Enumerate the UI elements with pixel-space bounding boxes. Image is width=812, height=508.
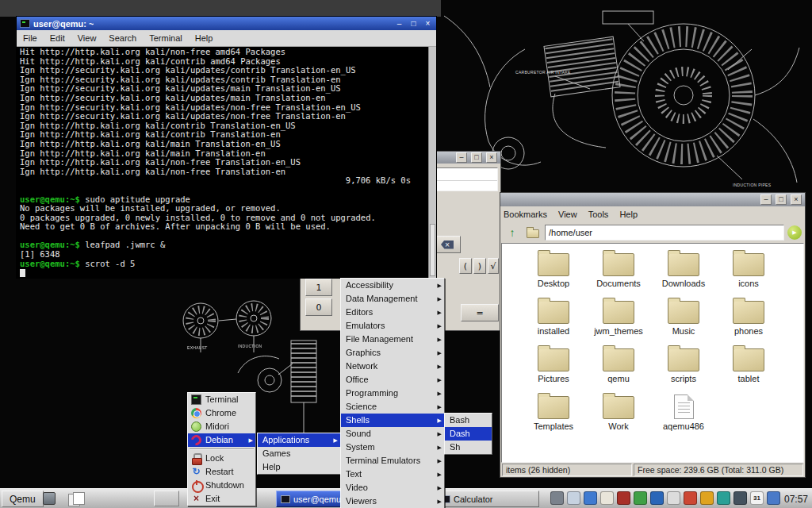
- menu-item-network[interactable]: Network▶: [341, 360, 444, 373]
- menu-item-search[interactable]: Search: [102, 33, 143, 43]
- file-manager-titlebar[interactable]: – □ ×: [500, 193, 805, 206]
- menu-item-help[interactable]: Help: [614, 210, 643, 219]
- go-button[interactable]: ▶: [787, 225, 802, 240]
- menu-item-terminal-emulators[interactable]: Terminal Emulators▶: [341, 454, 444, 468]
- menu-item-view[interactable]: View: [71, 33, 103, 43]
- menu-item-system[interactable]: System▶: [341, 441, 444, 454]
- menu-item-view[interactable]: View: [553, 210, 583, 219]
- address-bar[interactable]: [545, 225, 784, 241]
- file-item-aqemu486[interactable]: aqemu486: [651, 391, 716, 439]
- menu-item-accessibility[interactable]: Accessibility▶: [341, 279, 444, 292]
- maximize-button[interactable]: □: [408, 18, 419, 29]
- menu-item-applications[interactable]: Applications▶: [258, 433, 340, 447]
- menu-item-restart[interactable]: Restart: [188, 465, 255, 479]
- menu-item-emulators[interactable]: Emulators▶: [341, 319, 444, 333]
- tray-icon-6[interactable]: [634, 491, 647, 505]
- tray-calendar-icon[interactable]: 31: [750, 491, 764, 505]
- file-item-work[interactable]: Work: [586, 391, 651, 439]
- tray-icon-5[interactable]: [617, 491, 630, 505]
- terminal-body[interactable]: Hit http://http.kali.org kali/non-free a…: [17, 47, 436, 278]
- tray-icon-14[interactable]: [767, 491, 780, 505]
- menu-item-sound[interactable]: Sound▶: [341, 427, 444, 441]
- menu-item-graphics[interactable]: Graphics▶: [341, 346, 444, 360]
- file-item-templates[interactable]: Templates: [521, 391, 586, 439]
- menu-item-office[interactable]: Office▶: [341, 373, 444, 387]
- menu-item-viewers[interactable]: Viewers▶: [341, 495, 444, 508]
- menu-item-chrome[interactable]: Chrome: [188, 406, 255, 420]
- menu-item-lock[interactable]: Lock: [188, 452, 255, 465]
- file-item-phones[interactable]: phones: [716, 296, 781, 344]
- tray-icon-2[interactable]: [567, 491, 580, 505]
- menu-item-sh[interactable]: Sh: [445, 441, 492, 454]
- minimized-window-button[interactable]: [154, 491, 179, 506]
- calc-zero-button[interactable]: 0: [305, 298, 332, 316]
- calc-close-paren-button[interactable]: ): [473, 258, 486, 274]
- close-button[interactable]: ×: [791, 194, 802, 205]
- tray-icon-1[interactable]: [550, 491, 564, 505]
- tray-icon-3[interactable]: [584, 491, 597, 505]
- calc-backspace-button[interactable]: ×: [434, 236, 461, 253]
- taskbar-pages-icon[interactable]: [68, 492, 86, 506]
- calc-equals-button[interactable]: =: [461, 304, 499, 321]
- tray-icon-9[interactable]: [684, 491, 697, 505]
- menu-item-dash[interactable]: Dash: [445, 427, 492, 441]
- menu-item-file[interactable]: File: [17, 33, 44, 43]
- up-button[interactable]: ↑: [504, 224, 521, 241]
- file-item-icons[interactable]: icons: [716, 248, 781, 296]
- file-item-documents[interactable]: Documents: [586, 248, 651, 296]
- file-item-music[interactable]: Music: [651, 296, 716, 344]
- menu-item-terminal[interactable]: Terminal: [188, 393, 255, 406]
- menu-item-bookmarks[interactable]: Bookmarks: [500, 210, 553, 219]
- menu-item-midori[interactable]: Midori: [188, 420, 255, 433]
- calc-sqrt-button[interactable]: √: [488, 258, 499, 274]
- tray-icon-4[interactable]: [600, 491, 614, 505]
- close-button[interactable]: ×: [423, 18, 433, 29]
- menu-item-file-management[interactable]: File Management▶: [341, 333, 444, 346]
- terminal-scrollbar[interactable]: [428, 47, 436, 278]
- minimize-button[interactable]: –: [760, 194, 772, 205]
- qemu-menu-button[interactable]: Qemu: [2, 491, 44, 507]
- menu-item-terminal[interactable]: Terminal: [143, 33, 189, 43]
- file-item-pictures[interactable]: Pictures: [521, 344, 586, 391]
- task-button-calculator[interactable]: Calculator: [436, 491, 539, 507]
- menu-item-bash[interactable]: Bash: [445, 414, 492, 427]
- menu-item-debian[interactable]: Debian▶: [188, 433, 255, 447]
- file-item-jwm-themes[interactable]: jwm_themes: [586, 296, 651, 344]
- menu-item-help[interactable]: Help: [189, 33, 220, 43]
- menu-item-editors[interactable]: Editors▶: [341, 306, 444, 319]
- tray-icon-12[interactable]: [733, 491, 747, 505]
- file-item-desktop[interactable]: Desktop: [521, 248, 586, 296]
- menu-item-science[interactable]: Science▶: [341, 400, 444, 414]
- calc-open-paren-button[interactable]: (: [459, 258, 472, 274]
- menu-item-video[interactable]: Video▶: [341, 481, 444, 495]
- maximize-button[interactable]: □: [776, 194, 787, 205]
- menu-item-shells[interactable]: Shells▶: [341, 414, 444, 427]
- file-item-qemu[interactable]: qemu: [586, 344, 651, 391]
- menu-item-exit[interactable]: Exit: [188, 492, 255, 506]
- terminal-line: Ign http://security.kali.org kali/update…: [20, 112, 425, 121]
- calc-one-button[interactable]: 1: [305, 279, 332, 296]
- tray-icon-8[interactable]: [667, 491, 680, 505]
- menu-item-games[interactable]: Games: [258, 447, 340, 460]
- menu-item-shutdown[interactable]: Shutdown: [188, 479, 255, 492]
- home-button[interactable]: [524, 224, 542, 241]
- menu-item-text[interactable]: Text▶: [341, 468, 444, 481]
- file-item-tablet[interactable]: tablet: [716, 344, 781, 391]
- taskbar-launcher-icon-1[interactable]: [43, 492, 56, 505]
- menu-item-edit[interactable]: Edit: [44, 33, 71, 43]
- tray-icon-7[interactable]: [650, 491, 664, 505]
- menu-item-label: File Management: [346, 334, 413, 344]
- menu-item-data-management[interactable]: Data Management▶: [341, 292, 444, 306]
- tray-icon-10[interactable]: [700, 491, 714, 505]
- menu-item-programming[interactable]: Programming▶: [341, 387, 444, 400]
- menu-item-help[interactable]: Help: [258, 460, 340, 474]
- file-item-scripts[interactable]: scripts: [651, 344, 716, 391]
- menu-item-tools[interactable]: Tools: [583, 210, 615, 219]
- minimize-button[interactable]: –: [394, 18, 404, 29]
- file-item-installed[interactable]: installed: [521, 296, 586, 344]
- submenu-arrow-icon: ▶: [249, 433, 253, 447]
- menu-item-label: Accessibility: [346, 280, 393, 290]
- file-item-downloads[interactable]: Downloads: [651, 248, 716, 296]
- tray-icon-11[interactable]: [717, 491, 730, 505]
- terminal-titlebar[interactable]: user@qemu: ~ – □ ×: [17, 17, 436, 30]
